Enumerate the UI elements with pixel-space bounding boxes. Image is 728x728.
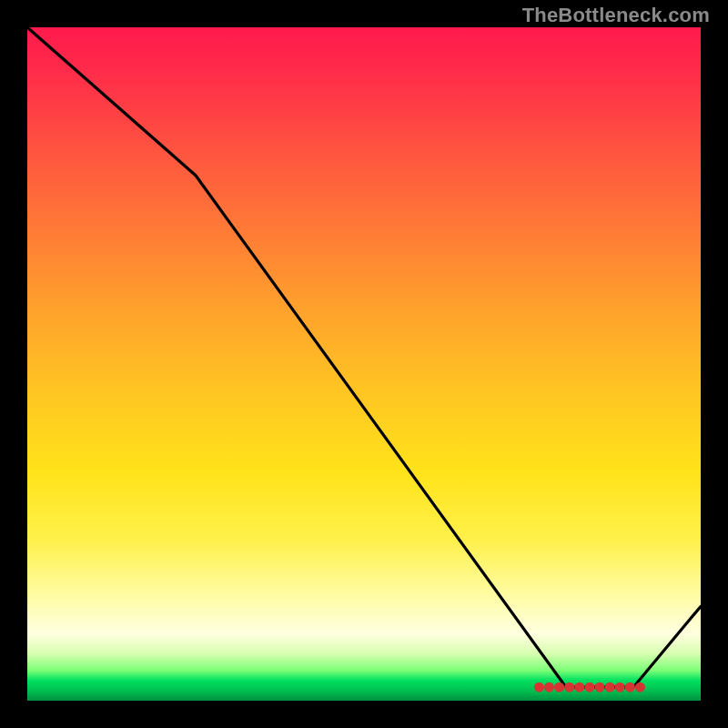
marker-group xyxy=(534,682,645,693)
marker-dot xyxy=(534,682,544,693)
plot-area xyxy=(27,27,701,701)
marker-dot xyxy=(625,682,635,693)
chart-frame: TheBottleneck.com xyxy=(0,0,728,728)
marker-dot xyxy=(554,682,564,693)
chart-svg xyxy=(27,27,701,701)
marker-dot xyxy=(584,682,594,693)
attribution-label: TheBottleneck.com xyxy=(522,4,710,27)
marker-dot xyxy=(615,682,625,693)
marker-dot xyxy=(635,682,645,693)
marker-dot xyxy=(595,682,605,693)
marker-dot xyxy=(564,682,574,693)
curve-path xyxy=(27,27,701,687)
marker-dot xyxy=(544,682,554,693)
marker-dot xyxy=(605,682,615,693)
marker-dot xyxy=(574,682,584,693)
